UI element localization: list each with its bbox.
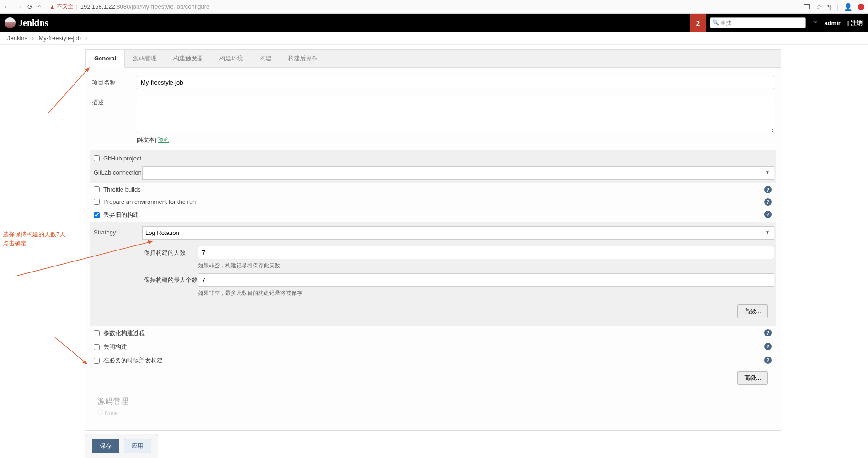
scm-section-header: 源码管理 (92, 393, 774, 407)
project-name-label: 项目名称 (92, 76, 137, 87)
scm-none-option: None (92, 407, 774, 422)
help-icon[interactable]: ? (764, 186, 772, 193)
advanced-button[interactable]: 高级... (737, 371, 768, 385)
tabs: General 源码管理 构建触发器 构建环境 构建 构建后操作 (85, 50, 781, 68)
help-icon[interactable]: ? (764, 329, 772, 336)
max-hint: 如果非空，最多此数目的构建记录将被保存 (198, 289, 774, 297)
strategy-label: Strategy (94, 226, 142, 236)
reload-icon[interactable]: ⟳ (27, 3, 33, 11)
breadcrumb: Jenkins › My-freestyle-job › (0, 32, 868, 45)
strategy-nested: 保持构建的天数 如果非空，构建记录将保存此天数 保持构建的最大个数 如果非空，最… (144, 246, 774, 297)
star-icon[interactable]: ☆ (816, 3, 822, 11)
warning-icon: ▲ (49, 4, 55, 10)
user-link[interactable]: admin (824, 20, 841, 27)
discard-old-label: 丢弃旧的构建 (103, 211, 139, 219)
insecure-label: 不安全 (57, 3, 73, 11)
browser-right-icons: 🗔 ☆ ¶ | 👤 (804, 3, 864, 11)
advanced-row-2: 高级... (92, 367, 774, 389)
advanced-button[interactable]: 高级... (737, 304, 768, 318)
advanced-row-1: 高级... (92, 301, 774, 322)
url-text: 192.168.1.22:8080/job/My-freestyle-job/c… (80, 3, 210, 10)
project-name-input[interactable] (137, 76, 774, 89)
days-label: 保持构建的天数 (144, 246, 198, 257)
logout-link[interactable]: | 注销 (847, 19, 863, 27)
disable-build-label: 关闭构建 (103, 343, 127, 351)
disable-build-checkbox[interactable] (94, 344, 100, 350)
pilcrow-icon[interactable]: ¶ (827, 3, 831, 11)
row-github-project: GitHub project (92, 152, 774, 165)
forward-icon[interactable]: → (16, 3, 23, 11)
browser-toolbar: ← → ⟳ ⌂ ▲ 不安全 | 192.168.1.22:8080/job/My… (0, 0, 868, 14)
home-icon[interactable]: ⌂ (37, 3, 41, 11)
crumb-root[interactable]: Jenkins (5, 35, 30, 42)
insecure-badge: ▲ 不安全 (49, 3, 73, 11)
tab-scm[interactable]: 源码管理 (125, 50, 165, 67)
svg-line-0 (48, 68, 89, 113)
days-hint: 如果非空，构建记录将保存此天数 (198, 262, 774, 270)
row-max: 保持构建的最大个数 如果非空，最多此数目的构建记录将被保存 (144, 273, 774, 297)
help-icon[interactable]: ? (764, 198, 772, 206)
param-build-label: 参数化构建过程 (103, 329, 145, 337)
description-label: 描述 (92, 96, 137, 107)
notification-badge[interactable]: 2 (690, 14, 706, 32)
max-input[interactable] (198, 273, 774, 287)
row-gitlab-conn: GitLab connection (94, 166, 774, 180)
back-icon[interactable]: ← (4, 3, 11, 11)
form-area: 项目名称 描述 [纯文本] 预览 GitHub project GitLab c… (85, 68, 781, 430)
throttle-checkbox[interactable] (94, 186, 100, 192)
max-label: 保持构建的最大个数 (144, 273, 198, 284)
row-description: 描述 [纯文本] 预览 (92, 96, 774, 144)
param-build-checkbox[interactable] (94, 330, 100, 336)
status-dot-icon[interactable] (858, 4, 864, 10)
tab-general[interactable]: General (85, 50, 125, 68)
tab-triggers[interactable]: 构建触发器 (165, 50, 211, 67)
prepare-env-checkbox[interactable] (94, 199, 100, 205)
brand-text: Jenkins (18, 18, 48, 28)
help-icon[interactable]: ? (764, 357, 772, 364)
jenkins-face-icon (5, 17, 16, 28)
github-project-checkbox[interactable] (94, 155, 100, 161)
search-box: 🔍 (710, 17, 806, 28)
gitlab-conn-select[interactable] (142, 166, 774, 180)
preview-link[interactable]: 预览 (158, 137, 169, 143)
row-project-name: 项目名称 (92, 76, 774, 89)
discard-old-checkbox[interactable] (94, 212, 100, 218)
tab-build[interactable]: 构建 (251, 50, 280, 67)
annotation-text: 选择保持构建的天数7天 点击确定 (3, 230, 65, 248)
throttle-label: Throttle builds (103, 186, 141, 193)
search-input[interactable] (710, 17, 806, 28)
chevron-right-icon: › (85, 35, 87, 42)
help-icon[interactable]: ? (764, 211, 772, 218)
description-hint: [纯文本] 预览 (137, 136, 774, 144)
row-throttle: Throttle builds ? (92, 183, 774, 196)
config-panel: General 源码管理 构建触发器 构建环境 构建 构建后操作 项目名称 描述… (85, 49, 781, 431)
row-concurrent: 在必要的时候并发构建 ? (92, 354, 774, 367)
help-icon[interactable]: ? (764, 343, 772, 350)
github-project-label: GitHub project (103, 155, 141, 162)
row-strategy: Strategy Log Rotation (94, 226, 774, 240)
strategy-select[interactable]: Log Rotation (142, 226, 774, 240)
help-icon[interactable]: ? (813, 19, 817, 27)
row-prepare-env: Prepare an environment for the run ? (92, 196, 774, 208)
row-days: 保持构建的天数 如果非空，构建记录将保存此天数 (144, 246, 774, 270)
concurrent-label: 在必要的时候并发构建 (103, 357, 163, 365)
profile-icon[interactable]: 👤 (844, 3, 852, 11)
row-discard-old: 丢弃旧的构建 ? (92, 208, 774, 222)
row-disable-build: 关闭构建 ? (92, 340, 774, 354)
chevron-right-icon: › (32, 35, 34, 42)
gitlab-conn-label: GitLab connection (94, 166, 142, 176)
search-icon: 🔍 (712, 19, 719, 26)
crumb-job[interactable]: My-freestyle-job (36, 35, 83, 42)
description-textarea[interactable] (137, 96, 774, 133)
tab-env[interactable]: 构建环境 (211, 50, 251, 67)
prepare-env-label: Prepare an environment for the run (103, 198, 196, 205)
days-input[interactable] (198, 246, 774, 259)
svg-line-2 (55, 337, 87, 364)
jenkins-header: Jenkins 2 🔍 ? admin | 注销 (0, 14, 868, 32)
translate-icon[interactable]: 🗔 (804, 3, 810, 11)
jenkins-logo[interactable]: Jenkins (0, 17, 53, 28)
url-bar[interactable]: ▲ 不安全 | 192.168.1.22:8080/job/My-freesty… (46, 3, 799, 11)
tab-post[interactable]: 构建后操作 (280, 50, 326, 67)
concurrent-checkbox[interactable] (94, 358, 100, 364)
row-param-build: 参数化构建过程 ? (92, 326, 774, 340)
